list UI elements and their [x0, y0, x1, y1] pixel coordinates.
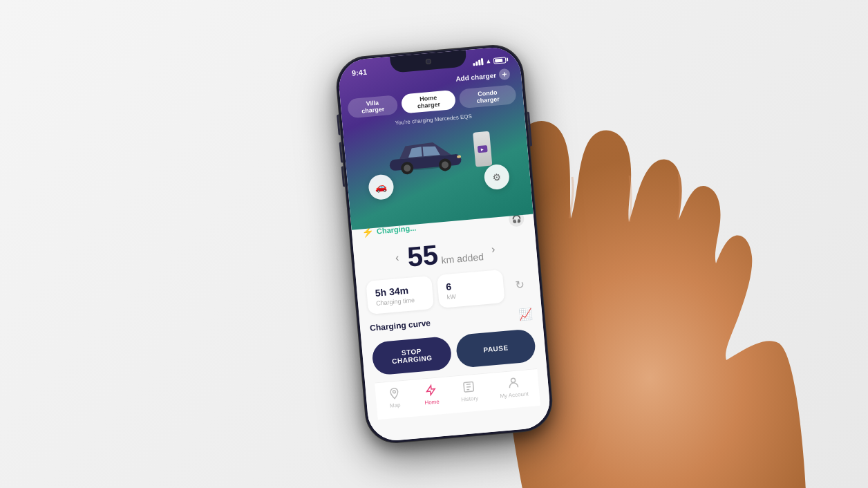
chart-icon[interactable]: 📈 — [518, 307, 534, 321]
status-time: 9:41 — [351, 68, 367, 77]
signal-icon — [473, 58, 484, 66]
prev-arrow[interactable]: ‹ — [395, 252, 399, 264]
nav-history-label: History — [461, 395, 479, 403]
home-icon — [423, 382, 440, 399]
settings-icon-button[interactable]: ⚙ — [483, 164, 510, 191]
add-charger-label: Add charger — [455, 71, 497, 82]
wifi-icon: ▲ — [485, 57, 492, 65]
nav-item-history[interactable]: History — [460, 379, 479, 403]
nav-map-label: Map — [390, 402, 401, 409]
nav-item-home[interactable]: Home — [423, 382, 440, 406]
nav-home-label: Home — [424, 399, 440, 406]
map-icon — [386, 385, 402, 402]
charger-screen: ▶ — [478, 145, 488, 153]
car-icon: 🚗 — [375, 181, 387, 193]
svg-point-9 — [511, 378, 516, 383]
status-icons: ▲ — [473, 56, 507, 66]
car-icon-button[interactable]: 🚗 — [368, 173, 395, 200]
app-content: Add charger + Villa charger Home charger… — [337, 46, 551, 443]
app-body: ⚡ Charging... 🎧 ‹ 55 km added — [350, 200, 552, 443]
nav-account-label: My Account — [500, 391, 529, 400]
refresh-button[interactable]: ↻ — [508, 274, 531, 297]
settings-icon: ⚙ — [492, 171, 502, 182]
bottom-nav: Map Home — [375, 368, 540, 420]
stop-charging-button[interactable]: STOP CHARGING — [371, 336, 453, 376]
phone-screen: 9:41 ▲ Add char — [337, 46, 551, 443]
battery-icon — [493, 57, 507, 64]
tab-villa[interactable]: Villa charger — [347, 95, 398, 118]
refresh-icon: ↻ — [514, 278, 525, 292]
tab-condo[interactable]: Condo charger — [459, 84, 517, 109]
phone-device: 9:41 ▲ Add char — [334, 43, 554, 444]
nav-item-map[interactable]: Map — [386, 385, 403, 409]
phone-body: 9:41 ▲ Add char — [334, 43, 554, 444]
camera — [426, 59, 432, 65]
next-arrow[interactable]: › — [491, 243, 496, 256]
km-row: ‹ 55 km added › — [363, 233, 528, 274]
add-plus-icon: + — [498, 68, 510, 80]
pause-button[interactable]: PAUSE — [455, 328, 537, 368]
stats-row: 5h 34m Charging time 6 kW ↻ — [366, 268, 531, 315]
action-buttons: STOP CHARGING PAUSE — [371, 328, 536, 375]
svg-point-7 — [393, 391, 395, 393]
charger-station: ▶ — [473, 131, 492, 167]
history-icon — [460, 379, 477, 395]
km-number: 55 — [406, 241, 440, 271]
km-unit: km added — [441, 251, 484, 265]
tab-home[interactable]: Home charger — [401, 90, 457, 114]
nav-item-account[interactable]: My Account — [498, 374, 529, 399]
km-display: 55 km added — [406, 236, 484, 270]
battery-fill — [495, 58, 503, 62]
kw-card: 6 kW — [437, 270, 505, 308]
charging-time-card: 5h 34m Charging time — [366, 276, 434, 315]
curve-label: Charging curve — [370, 318, 431, 333]
account-icon — [505, 375, 522, 391]
